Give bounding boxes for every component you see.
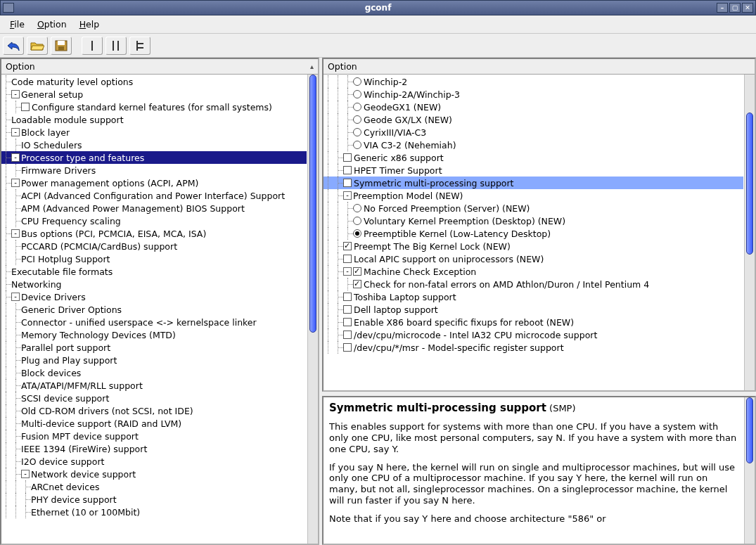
radio-icon[interactable] (353, 103, 361, 111)
tree-row[interactable]: -Bus options (PCI, PCMCIA, EISA, MCA, IS… (1, 227, 307, 240)
radio-icon[interactable] (353, 90, 361, 98)
maximize-button[interactable]: ▢ (729, 3, 741, 13)
tree-row[interactable]: Executable file formats (1, 265, 307, 278)
tree-row[interactable]: PCCARD (PCMCIA/CardBus) support (1, 240, 307, 252)
radio-icon[interactable] (353, 77, 361, 86)
checkbox-icon[interactable] (343, 331, 352, 339)
tree-row[interactable]: -Block layer (1, 126, 307, 139)
tree-row[interactable]: Symmetric multi-processing support (323, 177, 743, 189)
open-button[interactable] (27, 37, 48, 55)
tree-expander[interactable]: - (343, 267, 352, 276)
tree-expander[interactable]: - (11, 179, 20, 187)
tree-row[interactable]: -Processor type and features (1, 151, 307, 164)
tree-row[interactable]: Preempt The Big Kernel Lock (NEW) (323, 240, 743, 252)
tree-row[interactable]: No Forced Preemption (Server) (NEW) (323, 202, 743, 214)
tree-expander[interactable]: - (11, 153, 20, 162)
menu-file[interactable]: File (4, 17, 30, 32)
tree-row[interactable]: IEEE 1394 (FireWire) support (1, 442, 307, 455)
checkbox-icon[interactable] (343, 166, 352, 174)
tree-row[interactable]: Old CD-ROM drivers (not SCSI, not IDE) (1, 404, 307, 417)
tree-row[interactable]: APM (Advanced Power Management) BIOS Sup… (1, 202, 307, 214)
left-tree[interactable]: Code maturity level options-General setu… (1, 75, 307, 544)
tree-row[interactable]: Winchip-2 (323, 75, 743, 88)
tree-row[interactable]: Local APIC support on uniprocessors (NEW… (323, 252, 743, 265)
tree-row[interactable]: -Network device support (1, 468, 307, 480)
tree-row[interactable]: CPU Frequency scaling (1, 214, 307, 227)
tree-row[interactable]: Dell laptop support (323, 303, 743, 316)
tree-row[interactable]: /dev/cpu/microcode - Intel IA32 CPU micr… (323, 328, 743, 341)
tree-expander[interactable]: - (343, 191, 352, 200)
left-scrollbar[interactable] (307, 75, 318, 544)
save-button[interactable] (51, 37, 72, 55)
tree-row[interactable]: IO Schedulers (1, 139, 307, 151)
split-view-button[interactable] (105, 37, 127, 55)
tree-expander[interactable]: - (11, 90, 20, 98)
checkbox-icon[interactable] (21, 103, 30, 111)
tree-expander[interactable]: - (11, 293, 20, 301)
tree-row[interactable]: Enable X86 board specific fixups for reb… (323, 316, 743, 328)
tree-row[interactable]: GeodeGX1 (NEW) (323, 101, 743, 113)
tree-row[interactable]: Networking (1, 278, 307, 290)
minimize-button[interactable]: – (717, 3, 728, 13)
tree-expander[interactable]: - (11, 229, 20, 238)
tree-row[interactable]: ATA/ATAPI/MFM/RLL support (1, 379, 307, 392)
tree-row[interactable]: Winchip-2A/Winchip-3 (323, 88, 743, 101)
tree-row[interactable]: Preemptible Kernel (Low-Latency Desktop) (323, 227, 743, 240)
tree-row[interactable]: Multi-device support (RAID and LVM) (1, 417, 307, 430)
checkbox-icon[interactable] (353, 280, 361, 288)
tree-row[interactable]: HPET Timer Support (323, 164, 743, 177)
checkbox-icon[interactable] (343, 255, 352, 263)
help-scrollbar-thumb[interactable] (746, 397, 753, 463)
close-button[interactable]: ✕ (742, 3, 753, 13)
single-view-button[interactable] (82, 37, 103, 55)
checkbox-icon[interactable] (343, 318, 352, 326)
checkbox-icon[interactable] (343, 343, 352, 352)
left-column-header[interactable]: Option ▴ (1, 59, 318, 75)
checkbox-icon[interactable] (343, 242, 352, 250)
tree-row[interactable]: Fusion MPT device support (1, 430, 307, 442)
tree-row[interactable]: Ethernet (10 or 100Mbit) (1, 506, 307, 518)
radio-icon[interactable] (353, 128, 361, 136)
radio-icon[interactable] (353, 217, 361, 225)
full-view-button[interactable] (129, 37, 150, 55)
tree-expander[interactable]: - (11, 128, 20, 136)
tree-row[interactable]: Connector - unified userspace <-> kernel… (1, 316, 307, 328)
help-scrollbar[interactable] (744, 397, 755, 544)
tree-row[interactable]: Memory Technology Devices (MTD) (1, 328, 307, 341)
tree-row[interactable]: Configure standard kernel features (for … (1, 101, 307, 113)
tree-expander[interactable]: - (21, 470, 30, 478)
tree-row[interactable]: Check for non-fatal errors on AMD Athlon… (323, 278, 743, 290)
tree-row[interactable]: -Preemption Model (NEW) (323, 189, 743, 202)
radio-icon[interactable] (353, 141, 361, 149)
tree-row[interactable]: SCSI device support (1, 392, 307, 404)
tree-row[interactable]: PCI Hotplug Support (1, 252, 307, 265)
menu-option[interactable]: Option (32, 17, 72, 32)
radio-icon[interactable] (353, 204, 361, 212)
tree-row[interactable]: Loadable module support (1, 113, 307, 126)
tree-row[interactable]: CyrixIII/VIA-C3 (323, 126, 743, 139)
menu-help[interactable]: Help (74, 17, 105, 32)
right-tree[interactable]: Winchip-2Winchip-2A/Winchip-3GeodeGX1 (N… (323, 75, 743, 390)
tree-row[interactable]: ACPI (Advanced Configuration and Power I… (1, 189, 307, 202)
left-scrollbar-thumb[interactable] (309, 75, 316, 333)
back-button[interactable] (3, 37, 24, 55)
tree-row[interactable]: Geode GX/LX (NEW) (323, 113, 743, 126)
tree-row[interactable]: -Power management options (ACPI, APM) (1, 177, 307, 189)
tree-row[interactable]: -Machine Check Exception (323, 265, 743, 278)
tree-row[interactable]: Plug and Play support (1, 354, 307, 366)
checkbox-icon[interactable] (353, 267, 361, 276)
tree-row[interactable]: Parallel port support (1, 341, 307, 354)
tree-row[interactable]: I2O device support (1, 455, 307, 468)
checkbox-icon[interactable] (343, 305, 352, 314)
tree-row[interactable]: VIA C3-2 (Nehemiah) (323, 139, 743, 151)
radio-icon[interactable] (353, 115, 361, 124)
checkbox-icon[interactable] (343, 153, 352, 162)
tree-row[interactable]: /dev/cpu/*/msr - Model-specific register… (323, 341, 743, 354)
tree-row[interactable]: Firmware Drivers (1, 164, 307, 177)
tree-row[interactable]: Voluntary Kernel Preemption (Desktop) (N… (323, 214, 743, 227)
tree-row[interactable]: Block devices (1, 366, 307, 379)
right-scrollbar[interactable] (744, 75, 755, 390)
tree-row[interactable]: Code maturity level options (1, 75, 307, 88)
tree-row[interactable]: Generic x86 support (323, 151, 743, 164)
radio-icon[interactable] (353, 229, 361, 238)
